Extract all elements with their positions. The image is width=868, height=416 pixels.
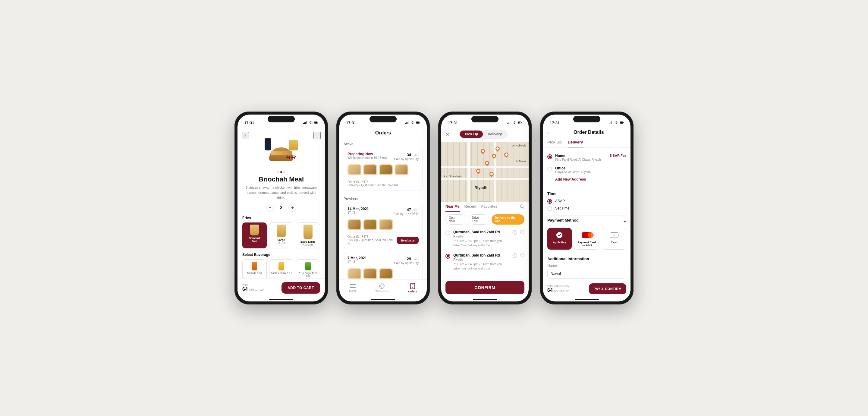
card-label: Payment Card•••• 9642 bbox=[578, 241, 596, 247]
tab-recent[interactable]: Recent bbox=[464, 202, 476, 212]
total-price: 64 bbox=[242, 287, 248, 292]
prev-order-2-date: 7 Mar, 2021 bbox=[347, 256, 367, 260]
map-label-riyadh: Riyadh bbox=[474, 185, 487, 190]
prev-order-1-date-group: 14 Mar, 2021 17:43 bbox=[347, 207, 369, 217]
svg-point-16 bbox=[381, 285, 383, 287]
bev-7up[interactable]: 7 Up Sugar Free 0.3 bbox=[296, 259, 320, 280]
prev-order-2-date-group: 7 Mar, 2021 17:43 bbox=[347, 256, 367, 266]
location-item-1[interactable]: Qurtubah, Said Ibn Zaid Rd Riyadh 7:00 a… bbox=[445, 227, 524, 250]
fry-option-xlarge[interactable]: Extra Large + 3 SAR bbox=[296, 222, 320, 248]
apple-pay-label: Apple Pay bbox=[553, 241, 566, 244]
bottom-navbar: Menu Thomcoins Orders bbox=[339, 279, 427, 297]
total-amount: 64 SAR incl. VAT bbox=[242, 287, 264, 292]
status-time-2: 17:31 bbox=[346, 121, 356, 125]
previous-order-2[interactable]: 7 Mar, 2021 17:43 29 SAR Paid by Apple P… bbox=[344, 252, 423, 279]
card-icon bbox=[582, 231, 591, 240]
close-button[interactable]: × bbox=[242, 132, 249, 139]
order-details-body: Home King Fahd Road, Al Olaya, Riyadh 8 … bbox=[543, 148, 630, 297]
bev-miranda[interactable]: Miranda 0.3 l bbox=[242, 259, 267, 280]
asap-radio[interactable] bbox=[547, 199, 552, 204]
bev-fanta[interactable]: Fanta Lemon 0.3 l bbox=[269, 259, 293, 280]
confirm-button[interactable]: CONFIRM bbox=[445, 281, 524, 294]
location-radio-2[interactable] bbox=[445, 254, 450, 259]
prev-order-1-amount: 47 SAR Paid by • • • • 9642 bbox=[394, 207, 419, 215]
map-label-rabwah: Ar Rabwah bbox=[512, 144, 526, 147]
search-icon[interactable] bbox=[520, 204, 524, 210]
orders-body: Active Preparing Now Will be delivered i… bbox=[339, 139, 427, 279]
quantity-decrease[interactable]: − bbox=[266, 204, 274, 212]
fry-option-standard[interactable]: Standart Free bbox=[242, 222, 267, 248]
fry-icon-large bbox=[277, 225, 286, 237]
svg-rect-24 bbox=[510, 121, 510, 124]
fry-option-large[interactable]: Large + 2 SAR bbox=[269, 222, 293, 248]
thomcoins-icon bbox=[379, 283, 385, 289]
active-order-card[interactable]: Preparing Now Will be delivered in 10-15… bbox=[344, 148, 423, 191]
favorite-button[interactable]: ♡ bbox=[313, 132, 321, 139]
home-detail: King Fahd Road, Al Olaya, Riyadh bbox=[555, 158, 607, 161]
filter-open-now[interactable]: Open Now bbox=[445, 214, 466, 225]
info-icon-1[interactable] bbox=[513, 230, 517, 235]
tab-favorites[interactable]: Favorites bbox=[481, 202, 497, 212]
previous-order-1[interactable]: 14 Mar, 2021 17:43 47 SAR Paid by • • • … bbox=[344, 203, 423, 249]
nav-orders[interactable]: Orders bbox=[408, 283, 417, 293]
set-time-radio[interactable] bbox=[547, 206, 552, 211]
prev-1-amount-value: 47 bbox=[407, 207, 411, 212]
prev-order-2-food-images bbox=[347, 268, 418, 279]
location-tags-2: Drive Thru Delivery to the Car bbox=[453, 267, 509, 270]
payment-apple-pay[interactable]: Apple Pay bbox=[547, 228, 572, 249]
payment-card[interactable]: Payment Card•••• 9642 bbox=[575, 228, 599, 249]
location-radio-1[interactable] bbox=[445, 231, 450, 235]
info-icon-2[interactable] bbox=[513, 253, 517, 258]
tab-near-me[interactable]: Near Me bbox=[445, 202, 460, 212]
divider-3 bbox=[547, 254, 626, 254]
tab-delivery[interactable]: Delivery bbox=[568, 138, 583, 147]
time-asap-row[interactable]: ASAP bbox=[547, 198, 626, 204]
bev-label-miranda: Miranda 0.3 l bbox=[244, 272, 265, 275]
svg-rect-1 bbox=[304, 122, 305, 124]
tab-pickup[interactable]: Pick Up bbox=[547, 138, 562, 147]
p3-close-button[interactable]: ✕ bbox=[445, 131, 450, 137]
prev-2-food-img-2 bbox=[363, 268, 377, 279]
add-payment-icon[interactable]: + bbox=[624, 219, 626, 224]
p3-header: ✕ Pick Up Delivery bbox=[441, 128, 529, 142]
additional-info-section: Additional Information Name bbox=[547, 257, 626, 278]
payment-cash[interactable]: $ Cash bbox=[602, 228, 626, 249]
time-set-row[interactable]: Set Time bbox=[547, 206, 626, 211]
pay-confirm-button[interactable]: PAY & CONFIRM bbox=[589, 284, 626, 294]
back-button[interactable]: ‹ bbox=[547, 130, 549, 135]
prev-2-food-img-1 bbox=[347, 268, 361, 279]
active-section-label: Active bbox=[344, 139, 423, 148]
map-view[interactable]: Ar Rabwah Al Malaz Ash Sharafiyah Riyadh bbox=[441, 142, 529, 202]
pickup-toggle-btn[interactable]: Pick Up bbox=[460, 130, 483, 138]
delivery-toggle-btn[interactable]: Delivery bbox=[483, 130, 507, 138]
previous-section-label: Previous bbox=[344, 194, 423, 203]
nav-menu[interactable]: Menu bbox=[349, 284, 356, 292]
quantity-increase[interactable]: + bbox=[288, 204, 296, 212]
add-new-address[interactable]: Add New Address bbox=[547, 176, 626, 184]
beverage-options: Miranda 0.3 l Fanta Lemon 0.3 l 7 Up Sug… bbox=[242, 259, 320, 280]
active-order-top: Preparing Now Will be delivered in 10-15… bbox=[347, 152, 418, 162]
svg-rect-5 bbox=[314, 122, 317, 123]
heart-icon-1[interactable] bbox=[520, 230, 524, 235]
heart-icon-2[interactable] bbox=[520, 253, 524, 258]
filter-drive-thru[interactable]: Drive Thru bbox=[469, 214, 489, 225]
svg-rect-38 bbox=[612, 121, 612, 124]
location-item-2[interactable]: Qurtubah, Said Ibn Zaid Rd Riyadh 7:00 a… bbox=[445, 250, 524, 273]
add-to-cart-button[interactable]: ADD TO CART bbox=[281, 282, 320, 294]
address-office[interactable]: Office Olaya St, Al Olaya, Riyadh bbox=[547, 164, 626, 176]
evaluate-button[interactable]: Evaluate bbox=[397, 237, 418, 244]
home-indicator-4 bbox=[575, 299, 599, 300]
nav-thomcoins[interactable]: Thomcoins bbox=[375, 283, 389, 293]
filter-delivery-car[interactable]: Delivery to the Car bbox=[492, 214, 524, 225]
office-radio[interactable] bbox=[547, 167, 552, 172]
prev-food-img-3 bbox=[379, 219, 393, 230]
prev-order-1-food-images bbox=[347, 219, 418, 230]
name-input[interactable] bbox=[547, 269, 626, 278]
nav-orders-label: Orders bbox=[408, 290, 417, 293]
svg-rect-8 bbox=[407, 122, 407, 124]
active-order-id-addr: Order ID - 8476 Delivery • Qurtubah, Sai… bbox=[347, 180, 398, 187]
svg-rect-11 bbox=[416, 122, 419, 123]
home-radio[interactable] bbox=[547, 154, 552, 159]
p1-footer: Total 64 SAR incl. VAT ADD TO CART bbox=[238, 278, 325, 297]
address-home[interactable]: Home King Fahd Road, Al Olaya, Riyadh 8 … bbox=[547, 151, 626, 164]
